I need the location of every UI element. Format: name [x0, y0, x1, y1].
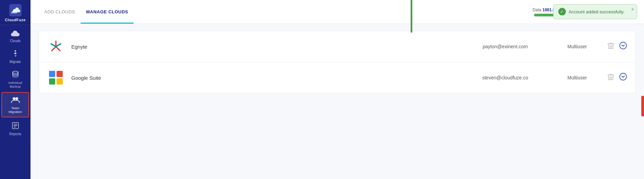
sidebar-item-reports[interactable]: Reports [0, 118, 31, 139]
svg-rect-15 [57, 71, 63, 77]
sidebar-item-clouds-label: Clouds [10, 39, 21, 43]
sidebar-item-backup-label: Individual Backup [8, 81, 22, 89]
sidebar-logo-text: CloudFuze [5, 18, 26, 22]
sidebar-logo: CloudFuze [0, 0, 31, 25]
team-migration-icon [11, 96, 20, 105]
expand-icon[interactable] [619, 73, 627, 83]
backup-icon [11, 70, 20, 80]
sidebar-item-clouds[interactable]: Clouds [0, 26, 31, 46]
google-suite-logo [47, 69, 64, 86]
sidebar-item-individual-backup[interactable]: Individual Backup [0, 67, 31, 91]
tabs: ADD CLOUDS MANAGE CLOUDS [39, 0, 134, 24]
cloud-type: Multiuser [550, 44, 605, 49]
main-content: ADD CLOUDS MANAGE CLOUDS Data 1001.56 GB… [31, 0, 644, 179]
content-area: Egnyte payton@exinent.com Multiuser [31, 24, 644, 179]
svg-point-2 [13, 97, 15, 100]
reports-icon [11, 122, 20, 131]
delete-icon[interactable] [607, 42, 614, 51]
green-indicator-bar [411, 0, 412, 33]
clouds-list: Egnyte payton@exinent.com Multiuser [39, 31, 636, 93]
svg-rect-17 [57, 78, 63, 85]
header: ADD CLOUDS MANAGE CLOUDS Data 1001.56 GB… [31, 0, 644, 24]
svg-point-18 [620, 73, 627, 80]
svg-line-10 [56, 47, 60, 51]
svg-rect-16 [49, 78, 55, 85]
sidebar-item-migrate[interactable]: Migrate [0, 46, 31, 67]
svg-line-9 [52, 47, 56, 51]
sidebar: CloudFuze Clouds Migrate Individ [0, 0, 31, 179]
sidebar-item-migrate-label: Migrate [10, 60, 21, 64]
svg-line-11 [51, 44, 56, 47]
tab-add-clouds[interactable]: ADD CLOUDS [39, 0, 81, 24]
migrate-icon [11, 49, 20, 59]
notification-close-button[interactable]: × [631, 7, 634, 12]
cloud-email: payton@exinent.com [461, 44, 550, 49]
cloud-actions [607, 41, 627, 52]
sidebar-item-team-migration-label: Team Migration [9, 106, 22, 114]
notification-check-icon: ✓ [558, 8, 566, 15]
tab-manage-clouds[interactable]: MANAGE CLOUDS [81, 0, 134, 24]
expand-icon[interactable] [619, 41, 627, 52]
delete-icon[interactable] [607, 73, 614, 82]
table-row: Egnyte payton@exinent.com Multiuser [39, 31, 635, 62]
cloud-name: Google Suite [71, 75, 461, 81]
sidebar-item-team-migration[interactable]: Team Migration [1, 92, 29, 117]
data-prefix: Data [533, 8, 543, 12]
svg-point-1 [13, 71, 18, 73]
cloud-type: Multiuser [550, 75, 605, 80]
cloud-name: Egnyte [71, 44, 461, 50]
egnyte-logo [47, 38, 64, 55]
clouds-icon [11, 30, 20, 38]
svg-point-3 [15, 97, 18, 100]
cloudfuze-logo-icon [9, 4, 22, 16]
svg-rect-14 [49, 71, 55, 77]
svg-line-12 [56, 44, 61, 47]
cloud-actions [607, 73, 627, 83]
cloud-email: steven@cloudfuze.co [461, 75, 550, 80]
success-notification: ✓ Account added successfully. × [553, 4, 637, 19]
svg-point-13 [620, 42, 627, 49]
red-edge-bar [641, 96, 644, 116]
sidebar-item-reports-label: Reports [9, 132, 21, 136]
table-row: Google Suite steven@cloudfuze.co Multius… [39, 62, 635, 93]
notification-message: Account added successfully. [569, 9, 624, 14]
